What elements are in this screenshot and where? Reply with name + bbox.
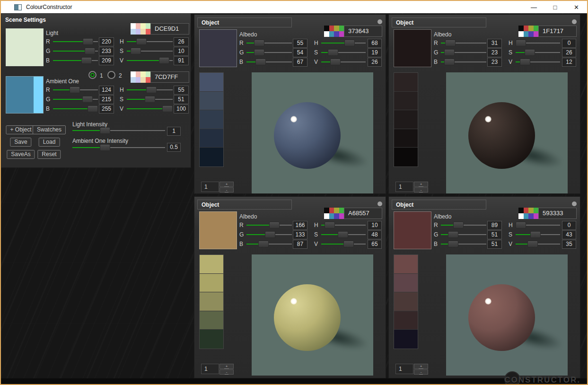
- palette-color[interactable]: [528, 26, 534, 31]
- palette-color[interactable]: [528, 31, 534, 37]
- palette-color[interactable]: [534, 31, 539, 37]
- palette-color[interactable]: [334, 208, 339, 213]
- palette-color[interactable]: [528, 208, 534, 213]
- albedo-color-swatch[interactable]: [199, 29, 237, 67]
- palette-color[interactable]: [524, 208, 529, 213]
- slider-track-b[interactable]: [246, 59, 292, 65]
- shade-swatch[interactable]: [200, 110, 223, 129]
- palette-color[interactable]: [140, 29, 146, 35]
- slider-thumb[interactable]: [85, 48, 95, 54]
- palette-color[interactable]: [329, 208, 334, 213]
- value-field-v[interactable]: 65: [368, 240, 382, 249]
- slider-thumb[interactable]: [258, 241, 269, 247]
- shade-swatch[interactable]: [200, 92, 223, 111]
- panel-status-icon[interactable]: [377, 19, 382, 24]
- slider-thumb[interactable]: [83, 38, 93, 45]
- value-field-r[interactable]: 31: [487, 39, 502, 48]
- slider-track-v[interactable]: [127, 105, 173, 112]
- shade-swatch[interactable]: [394, 110, 418, 129]
- palette-color[interactable]: [534, 26, 539, 31]
- value-field-r[interactable]: 89: [487, 221, 502, 230]
- palette-color[interactable]: [339, 213, 344, 219]
- ambient-intensity-value[interactable]: 0.5: [167, 143, 181, 152]
- shade-swatch[interactable]: [394, 148, 418, 166]
- albedo-color-swatch[interactable]: [394, 211, 431, 249]
- palette-color[interactable]: [334, 31, 339, 37]
- spinner-down-button[interactable]: -: [219, 369, 234, 375]
- slider-thumb[interactable]: [265, 231, 275, 238]
- spinner-up-button[interactable]: +: [414, 364, 428, 369]
- add-object-button[interactable]: + Object: [6, 125, 35, 134]
- panel-status-icon[interactable]: [572, 201, 577, 206]
- slider-track-v[interactable]: [321, 241, 366, 247]
- palette-color[interactable]: [524, 31, 529, 37]
- palette-color[interactable]: [518, 31, 524, 37]
- slider-track-r[interactable]: [53, 87, 98, 93]
- palette-color[interactable]: [131, 77, 136, 83]
- slider-thumb[interactable]: [530, 231, 541, 238]
- palette-color[interactable]: [524, 26, 529, 31]
- slider-track-r[interactable]: [441, 222, 486, 228]
- palette-color[interactable]: [140, 71, 146, 77]
- shade-swatch[interactable]: [200, 274, 223, 293]
- palette-color[interactable]: [136, 29, 141, 35]
- slider-thumb[interactable]: [254, 49, 264, 56]
- slider-track-s[interactable]: [516, 231, 560, 238]
- palette-color[interactable]: [136, 23, 141, 29]
- shade-swatch[interactable]: [394, 274, 418, 293]
- slider-thumb[interactable]: [255, 59, 266, 65]
- save-as-button[interactable]: SaveAs: [7, 150, 35, 159]
- shade-swatch[interactable]: [394, 129, 418, 148]
- slider-thumb[interactable]: [520, 59, 530, 65]
- save-button[interactable]: Save: [10, 138, 31, 147]
- palette-color[interactable]: [324, 31, 329, 37]
- slider-thumb[interactable]: [448, 231, 458, 238]
- slider-thumb[interactable]: [328, 49, 338, 56]
- slider-track-s[interactable]: [321, 49, 366, 56]
- palette-color[interactable]: [339, 31, 344, 37]
- ambient-intensity-slider[interactable]: [72, 144, 165, 151]
- slider-thumb[interactable]: [131, 48, 141, 54]
- light-color-swatch[interactable]: [6, 28, 44, 66]
- palette-color[interactable]: [518, 26, 524, 31]
- detail-spinner-value[interactable]: 1: [395, 182, 413, 192]
- palette-color[interactable]: [324, 26, 329, 31]
- value-field-b[interactable]: 209: [99, 56, 114, 65]
- close-button[interactable]: ✕: [566, 1, 587, 13]
- value-field-g[interactable]: 233: [99, 47, 114, 56]
- value-field-r[interactable]: 220: [99, 37, 114, 46]
- spinner-down-button[interactable]: -: [219, 187, 234, 192]
- spinner-up-button[interactable]: +: [219, 182, 234, 187]
- palette-color[interactable]: [146, 77, 151, 83]
- spinner-up-button[interactable]: +: [414, 182, 428, 187]
- value-field-v[interactable]: 12: [562, 58, 576, 67]
- albedo-color-swatch[interactable]: [394, 29, 431, 67]
- value-field-g[interactable]: 215: [99, 95, 114, 104]
- slider-thumb[interactable]: [100, 144, 110, 151]
- ambient-hex-input[interactable]: 7CD7FF: [150, 71, 189, 83]
- palette-color[interactable]: [146, 29, 151, 35]
- value-field-b[interactable]: 67: [293, 58, 307, 67]
- ambient-radio-2[interactable]: [107, 71, 115, 79]
- slider-track-v[interactable]: [516, 59, 560, 65]
- value-field-g[interactable]: 23: [487, 48, 502, 57]
- ambient-radio-1[interactable]: [88, 71, 97, 79]
- slider-thumb[interactable]: [81, 57, 92, 64]
- slider-track-h[interactable]: [516, 40, 560, 46]
- palette-color[interactable]: [136, 71, 141, 77]
- value-field-s[interactable]: 19: [368, 48, 382, 57]
- object-panel-header[interactable]: Object: [197, 200, 292, 210]
- shade-swatch[interactable]: [394, 92, 418, 111]
- slider-track-v[interactable]: [516, 241, 560, 247]
- slider-track-r[interactable]: [441, 40, 486, 46]
- slider-track-b[interactable]: [53, 57, 98, 64]
- value-field-g[interactable]: 51: [487, 230, 502, 239]
- detail-spinner-value[interactable]: 1: [395, 364, 413, 374]
- minimize-button[interactable]: —: [523, 1, 544, 13]
- slider-thumb[interactable]: [162, 105, 173, 112]
- slider-thumb[interactable]: [344, 40, 355, 46]
- light-intensity-value[interactable]: 1: [167, 127, 181, 136]
- slider-thumb[interactable]: [70, 87, 80, 93]
- value-field-v[interactable]: 100: [174, 105, 189, 114]
- slider-track-b[interactable]: [441, 241, 486, 247]
